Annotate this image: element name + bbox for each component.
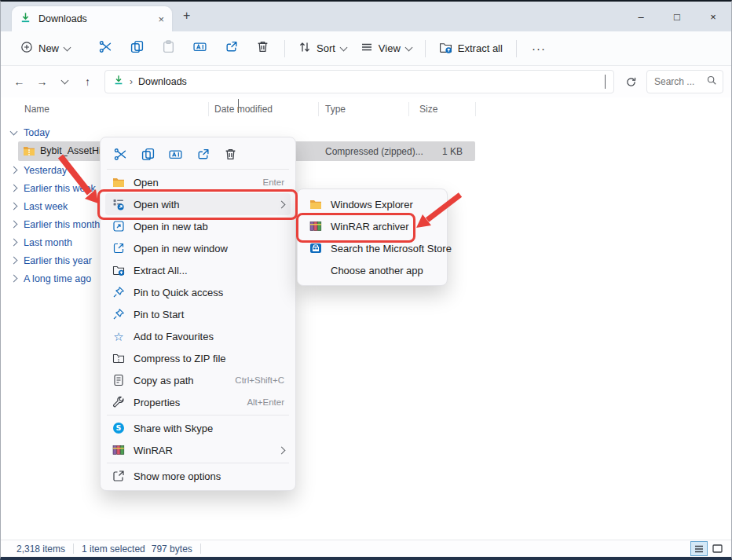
address-dropdown-button[interactable] (605, 75, 606, 89)
menu-item-compress-to-zip[interactable]: Compress to ZIP file (105, 347, 291, 369)
selected-size: 797 bytes (152, 544, 192, 555)
address-box[interactable]: › Downloads (104, 70, 614, 93)
column-header-date-modified[interactable]: Date modified (214, 104, 273, 115)
tab-close-icon[interactable]: × (158, 14, 164, 24)
copy-button[interactable] (134, 142, 162, 166)
menu-item-label: Pin to Quick access (134, 287, 284, 298)
menu-shortcut: Alt+Enter (247, 397, 284, 407)
refresh-icon (625, 76, 637, 88)
cut-button[interactable] (90, 35, 121, 62)
submenu-item-label: Search the Microsoft Store (331, 243, 452, 254)
menu-item-copy-as-path[interactable]: Copy as path Ctrl+Shift+C (105, 369, 291, 391)
details-view-toggle[interactable] (691, 542, 707, 555)
large-icons-view-icon (712, 544, 723, 553)
menu-item-label: Open in new tab (134, 221, 284, 232)
chevron-collapsed-icon (10, 239, 18, 247)
menu-item-properties[interactable]: Properties Alt+Enter (105, 391, 291, 413)
share-button[interactable] (215, 35, 247, 62)
submenu-item-search-microsoft-store[interactable]: Search the Microsoft Store (302, 237, 442, 259)
chevron-right-icon (278, 446, 286, 454)
microsoft-store-icon (309, 242, 323, 254)
menu-item-open[interactable]: Open Enter (105, 171, 291, 193)
menu-item-open-in-new-window[interactable]: Open in new window (105, 237, 291, 259)
menu-item-label: Show more options (134, 470, 284, 482)
forward-button[interactable]: → (31, 71, 53, 93)
column-separator[interactable] (408, 102, 409, 116)
menu-item-open-with[interactable]: Open with (105, 193, 291, 215)
menu-item-label: Open with (134, 199, 279, 210)
winrar-icon (309, 220, 323, 232)
maximize-button[interactable]: □ (659, 2, 695, 31)
svg-text:S: S (116, 423, 122, 432)
extract-folder-icon (112, 264, 126, 276)
breadcrumb[interactable]: Downloads (138, 76, 187, 87)
new-button-label: New (38, 42, 59, 54)
menu-item-winrar[interactable]: WinRAR (105, 439, 291, 461)
sort-button[interactable]: Sort (291, 35, 353, 62)
sort-arrows-icon (298, 41, 311, 56)
copy-as-path-icon (112, 374, 126, 386)
delete-button[interactable] (217, 142, 244, 166)
chevron-collapsed-icon (10, 167, 18, 174)
menu-item-show-more-options[interactable]: Show more options (105, 465, 291, 487)
titlebar: Downloads × + – □ × (1, 2, 731, 31)
menu-item-label: Add to Favourites (134, 331, 284, 342)
refresh-button[interactable] (620, 71, 642, 93)
extract-all-button[interactable]: Extract all (432, 35, 510, 62)
rename-icon (193, 40, 207, 57)
large-icons-view-toggle[interactable] (709, 542, 725, 555)
menu-item-label: Compress to ZIP file (134, 353, 284, 364)
minimize-button[interactable]: – (623, 2, 659, 31)
see-more-button[interactable]: ··· (523, 35, 554, 62)
menu-item-label: Open in new window (134, 243, 284, 254)
menu-separator (107, 169, 289, 170)
menu-item-open-in-new-tab[interactable]: Open in new tab (105, 215, 291, 237)
group-label: Earlier this year (24, 255, 92, 266)
delete-button[interactable] (247, 35, 278, 62)
column-header-name[interactable]: Name (24, 104, 49, 115)
column-separator[interactable] (475, 102, 476, 116)
rename-button[interactable] (162, 142, 189, 166)
scissors-icon (99, 40, 112, 57)
column-separator[interactable] (318, 102, 319, 116)
wrench-icon (112, 396, 126, 408)
menu-item-extract-all[interactable]: Extract All... (105, 259, 291, 281)
group-label: A long time ago (24, 273, 91, 284)
menu-item-pin-to-start[interactable]: Pin to Start (105, 303, 291, 325)
group-label: Today (24, 127, 49, 138)
chevron-down-icon (605, 75, 606, 89)
menu-item-share-with-skype[interactable]: S Share with Skype (105, 417, 291, 439)
chevron-down-icon (404, 43, 412, 51)
back-button[interactable]: ← (9, 71, 30, 93)
column-header-type[interactable]: Type (325, 104, 346, 115)
recent-locations-button[interactable] (54, 71, 75, 93)
trash-icon (256, 40, 269, 57)
group-label: Yesterday (24, 165, 67, 176)
search-input[interactable] (653, 75, 703, 88)
menu-item-add-to-favourites[interactable]: ☆ Add to Favourites (105, 325, 291, 347)
cut-button[interactable] (107, 142, 134, 166)
copy-button[interactable] (121, 35, 152, 62)
share-button[interactable] (189, 142, 217, 166)
selected-count: 1 item selected (82, 544, 145, 555)
view-button[interactable]: View (353, 35, 419, 62)
command-toolbar: New Sort View (1, 31, 731, 66)
explorer-tab[interactable]: Downloads × (12, 6, 172, 31)
up-button[interactable]: ↑ (77, 71, 98, 93)
new-button[interactable]: New (13, 35, 77, 62)
close-button[interactable]: × (695, 2, 731, 31)
toolbar-separator (425, 40, 426, 57)
submenu-item-windows-explorer[interactable]: Windows Explorer (302, 193, 442, 215)
column-separator[interactable] (208, 102, 209, 116)
submenu-item-choose-another-app[interactable]: Choose another app (302, 259, 442, 281)
rename-button[interactable] (184, 35, 215, 62)
extract-folder-icon (439, 41, 452, 57)
new-tab-button[interactable]: + (183, 9, 190, 23)
folder-icon (112, 176, 126, 188)
column-header-size[interactable]: Size (419, 104, 437, 115)
menu-separator (107, 415, 289, 415)
menu-item-label: Pin to Start (134, 309, 284, 320)
menu-item-pin-to-quick-access[interactable]: Pin to Quick access (105, 281, 291, 303)
paste-button[interactable] (152, 35, 184, 62)
submenu-item-winrar-archiver[interactable]: WinRAR archiver (302, 215, 442, 237)
